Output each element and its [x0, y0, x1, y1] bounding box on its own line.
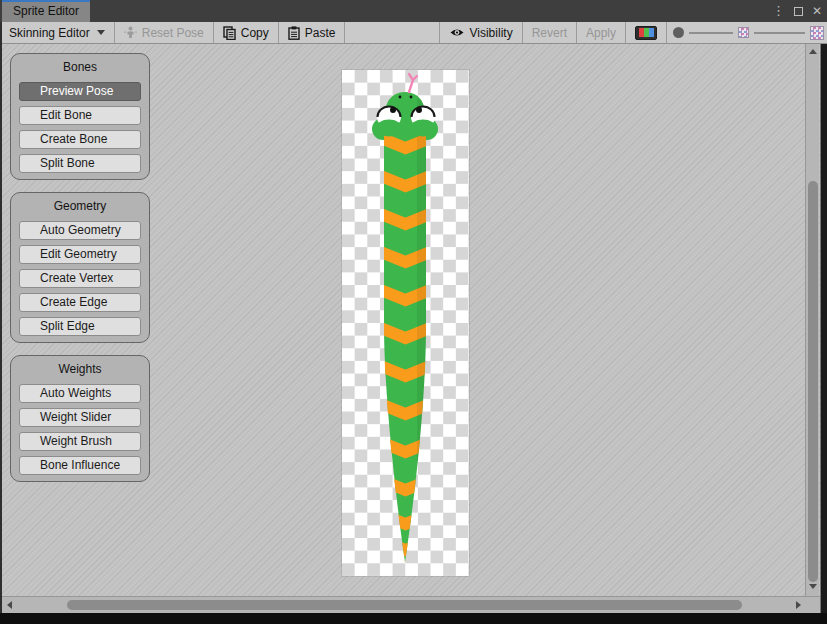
sprite-canvas[interactable] — [342, 70, 469, 576]
slider-track[interactable] — [689, 32, 733, 34]
create-edge-button[interactable]: Create Edge — [19, 293, 141, 312]
skinning-editor-label: Skinning Editor — [9, 26, 90, 40]
bone-influence-button[interactable]: Bone Influence — [19, 456, 141, 475]
split-bone-button[interactable]: Split Bone — [19, 154, 141, 173]
apply-button[interactable]: Apply — [577, 22, 626, 43]
toolbar-spacer — [345, 22, 438, 43]
eye-icon — [449, 27, 465, 38]
geometry-panel-title: Geometry — [19, 199, 141, 213]
bones-panel-title: Bones — [19, 60, 141, 74]
weight-brush-button[interactable]: Weight Brush — [19, 432, 141, 451]
mip-texture-small-icon — [738, 27, 749, 38]
window-bottom-edge — [0, 613, 827, 624]
window-menu-icon[interactable]: ⋮ — [772, 0, 785, 22]
geometry-panel: Geometry Auto Geometry Edit Geometry Cre… — [10, 192, 150, 343]
vertical-scrollbar[interactable] — [805, 44, 819, 596]
scroll-left-arrow-icon[interactable] — [7, 601, 12, 609]
toolbar: Skinning Editor Reset Pose — [0, 22, 827, 44]
rgb-toggle-button[interactable] — [626, 22, 667, 43]
rgb-channels-icon — [635, 26, 657, 40]
edit-geometry-button[interactable]: Edit Geometry — [19, 245, 141, 264]
auto-weights-button[interactable]: Auto Weights — [19, 384, 141, 403]
preview-pose-button[interactable]: Preview Pose — [19, 82, 141, 101]
visibility-label: Visibility — [470, 26, 513, 40]
reset-pose-label: Reset Pose — [142, 26, 204, 40]
weights-panel-title: Weights — [19, 362, 141, 376]
horizontal-scrollbar-thumb[interactable] — [67, 600, 742, 610]
reset-pose-button[interactable]: Reset Pose — [115, 22, 214, 43]
visibility-button[interactable]: Visibility — [439, 22, 523, 43]
snake-sprite — [342, 70, 469, 576]
paste-icon — [288, 26, 300, 40]
paste-button[interactable]: Paste — [279, 22, 346, 43]
create-vertex-button[interactable]: Create Vertex — [19, 269, 141, 288]
tab-sprite-editor[interactable]: Sprite Editor — [2, 0, 90, 22]
window-titlebar: Sprite Editor ⋮ ✕ — [0, 0, 827, 22]
apply-label: Apply — [586, 26, 616, 40]
revert-label: Revert — [532, 26, 567, 40]
copy-icon — [223, 26, 236, 40]
window-left-edge — [0, 22, 2, 624]
copy-button[interactable]: Copy — [214, 22, 279, 43]
paste-label: Paste — [305, 26, 336, 40]
mip-texture-large-icon — [810, 26, 824, 40]
tab-accent-bar — [2, 0, 90, 2]
maximize-icon[interactable] — [794, 7, 803, 16]
horizontal-scrollbar[interactable] — [2, 596, 820, 613]
edit-bone-button[interactable]: Edit Bone — [19, 106, 141, 125]
scroll-down-arrow-icon[interactable] — [809, 584, 817, 589]
weight-slider-button[interactable]: Weight Slider — [19, 408, 141, 427]
scroll-up-arrow-icon[interactable] — [809, 49, 817, 54]
split-edge-button[interactable]: Split Edge — [19, 317, 141, 336]
auto-geometry-button[interactable]: Auto Geometry — [19, 221, 141, 240]
reset-pose-person-icon — [124, 26, 137, 39]
revert-button[interactable]: Revert — [523, 22, 577, 43]
mip-zoom-slider[interactable] — [667, 22, 827, 43]
vertical-scrollbar-thumb[interactable] — [808, 181, 818, 582]
slider-knob[interactable] — [673, 27, 684, 38]
editor-viewport[interactable]: Bones Preview Pose Edit Bone Create Bone… — [2, 44, 820, 613]
chevron-down-icon — [97, 30, 105, 35]
window-right-edge — [820, 44, 827, 613]
copy-label: Copy — [241, 26, 269, 40]
bones-panel: Bones Preview Pose Edit Bone Create Bone… — [10, 53, 150, 180]
slider-track[interactable] — [754, 32, 805, 34]
sprite-editor-window: Sprite Editor ⋮ ✕ Skinning Editor Reset … — [0, 0, 827, 624]
tab-title: Sprite Editor — [13, 4, 79, 18]
create-bone-button[interactable]: Create Bone — [19, 130, 141, 149]
skinning-editor-dropdown[interactable]: Skinning Editor — [0, 22, 115, 43]
weights-panel: Weights Auto Weights Weight Slider Weigh… — [10, 355, 150, 482]
window-controls: ⋮ ✕ — [772, 0, 822, 22]
scroll-right-arrow-icon[interactable] — [796, 601, 801, 609]
close-icon[interactable]: ✕ — [812, 0, 822, 22]
